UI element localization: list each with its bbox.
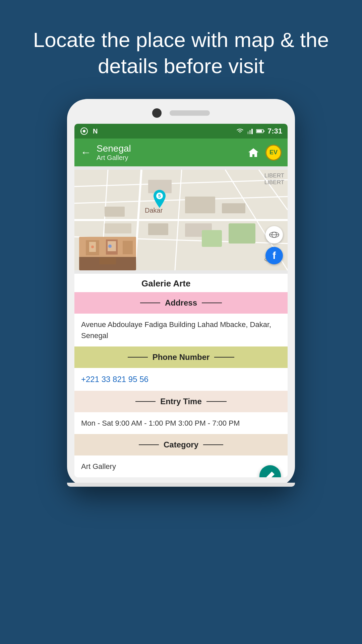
svg-text:N: N bbox=[93, 127, 98, 135]
svg-rect-27 bbox=[202, 230, 222, 247]
hero-text: Locate the place with map & the details … bbox=[0, 0, 362, 99]
svg-rect-28 bbox=[229, 223, 255, 244]
svg-rect-24 bbox=[185, 197, 215, 213]
phone-number-link[interactable]: +221 33 821 95 56 bbox=[81, 375, 148, 384]
entry-line-right bbox=[206, 401, 227, 402]
app-bar-main-title: Senegal bbox=[97, 143, 240, 154]
status-bar: N bbox=[74, 124, 288, 139]
place-name: Galerie Arte bbox=[141, 278, 190, 288]
phone-camera bbox=[152, 108, 162, 118]
phone-screen: N bbox=[74, 124, 288, 477]
svg-rect-9 bbox=[256, 130, 262, 132]
phone-line-right bbox=[214, 357, 234, 358]
home-icon bbox=[248, 147, 259, 158]
app-bar: ← Senegal Art Gallery EV bbox=[74, 139, 288, 166]
svg-rect-8 bbox=[263, 130, 264, 132]
battery-icon bbox=[256, 129, 265, 133]
category-content: Art Gallery bbox=[74, 455, 288, 477]
svg-rect-26 bbox=[222, 203, 245, 213]
place-name-row: Galerie Arte bbox=[74, 274, 288, 292]
category-title: Category bbox=[164, 440, 198, 449]
svg-rect-6 bbox=[247, 131, 249, 134]
svg-rect-40 bbox=[99, 258, 116, 264]
address-section: Address Avenue Abdoulaye Fadiga Building… bbox=[74, 292, 288, 346]
address-title: Address bbox=[165, 298, 197, 308]
svg-rect-21 bbox=[105, 207, 125, 217]
phone-title: Phone Number bbox=[153, 353, 210, 362]
camera-app-icon bbox=[80, 127, 88, 136]
address-line-right bbox=[202, 303, 222, 303]
entry-content: Mon - Sat 9:00 AM - 1:00 PM 3:00 PM - 7:… bbox=[74, 412, 288, 434]
back-button[interactable]: ← bbox=[80, 146, 91, 159]
map-area-label: LIBERT LIBERT bbox=[264, 172, 284, 186]
n-app-icon: N bbox=[92, 127, 101, 136]
category-line-right bbox=[203, 444, 223, 445]
phone-frame: N bbox=[67, 99, 295, 487]
status-time: 7:31 bbox=[267, 127, 282, 136]
svg-rect-37 bbox=[123, 241, 133, 254]
home-button[interactable] bbox=[245, 145, 261, 161]
entry-title: Entry Time bbox=[160, 397, 202, 406]
facebook-button[interactable]: f bbox=[265, 247, 283, 264]
status-right-icons: 7:31 bbox=[236, 127, 282, 136]
svg-text:5: 5 bbox=[158, 193, 161, 199]
address-content: Avenue Abdoulaye Fadiga Building Lahad M… bbox=[74, 314, 288, 346]
map-pin: 5 bbox=[152, 190, 168, 209]
app-bar-subtitle: Art Gallery bbox=[97, 154, 240, 162]
map-city-label: Dakar bbox=[145, 207, 163, 214]
entry-line-left bbox=[135, 401, 156, 402]
phone-speaker bbox=[170, 110, 210, 116]
entry-section: Entry Time Mon - Sat 9:00 AM - 1:00 PM 3… bbox=[74, 391, 288, 434]
signal-icon bbox=[247, 128, 253, 134]
gallery-thumbnail[interactable] bbox=[79, 237, 136, 270]
svg-rect-5 bbox=[249, 130, 251, 134]
status-left-icons: N bbox=[80, 127, 101, 136]
category-header: Category bbox=[74, 434, 288, 455]
map-360-button[interactable] bbox=[265, 226, 283, 244]
phone-section: Phone Number +221 33 821 95 56 bbox=[74, 346, 288, 391]
svg-point-39 bbox=[108, 245, 112, 248]
category-line-left bbox=[139, 444, 159, 445]
address-header: Address bbox=[74, 292, 288, 314]
phone-content: +221 33 821 95 56 bbox=[74, 368, 288, 391]
app-bar-actions: EV bbox=[245, 145, 282, 161]
ev-badge[interactable]: EV bbox=[265, 145, 282, 161]
svg-rect-23 bbox=[148, 223, 168, 235]
wifi-icon bbox=[236, 128, 244, 134]
app-bar-title: Senegal Art Gallery bbox=[97, 143, 240, 162]
phone-line-left bbox=[128, 357, 148, 358]
map-area[interactable]: 5 Dakar LIBERT LIBERT Rue 12 bbox=[74, 166, 288, 274]
svg-rect-20 bbox=[105, 223, 131, 233]
svg-point-38 bbox=[91, 246, 94, 248]
svg-rect-4 bbox=[251, 129, 253, 134]
address-line-left bbox=[140, 303, 160, 303]
entry-header: Entry Time bbox=[74, 391, 288, 412]
phone-top bbox=[74, 108, 288, 118]
svg-point-1 bbox=[83, 130, 85, 132]
edit-icon bbox=[265, 471, 275, 477]
phone-header: Phone Number bbox=[74, 346, 288, 368]
category-section: Category Art Gallery bbox=[74, 434, 288, 477]
